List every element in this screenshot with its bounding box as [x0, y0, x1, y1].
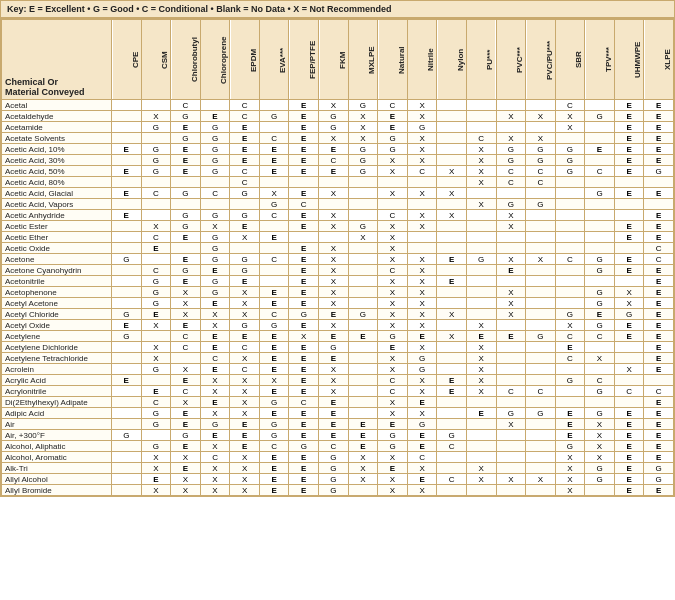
cell-value	[437, 463, 467, 474]
cell-value	[496, 441, 526, 452]
cell-value: G	[348, 155, 378, 166]
cell-value	[526, 375, 556, 386]
cell-value: G	[171, 188, 201, 199]
cell-value: X	[171, 397, 201, 408]
table-row: AcetalCCEXGCXCEE	[2, 100, 674, 111]
cell-value: G	[526, 331, 556, 342]
cell-value: G	[200, 133, 230, 144]
cell-value	[585, 210, 615, 221]
cell-value: E	[259, 452, 289, 463]
cell-value: G	[289, 309, 319, 320]
cell-value: X	[555, 122, 585, 133]
cell-value: X	[496, 474, 526, 485]
cell-value: G	[614, 309, 644, 320]
cell-value	[466, 276, 496, 287]
cell-value: G	[112, 430, 142, 441]
cell-value: C	[555, 331, 585, 342]
cell-value: G	[319, 122, 349, 133]
cell-value: X	[200, 375, 230, 386]
chemical-name: Acrolein	[2, 364, 112, 375]
cell-value	[555, 232, 585, 243]
cell-value	[585, 397, 615, 408]
cell-value: G	[112, 331, 142, 342]
cell-value: E	[614, 265, 644, 276]
cell-value	[230, 243, 260, 254]
cell-value: G	[555, 155, 585, 166]
cell-value: X	[230, 375, 260, 386]
cell-value: X	[200, 386, 230, 397]
cell-value: X	[200, 221, 230, 232]
table-row: Acetate SolventsGGECEXXGXCXXEE	[2, 133, 674, 144]
cell-value	[141, 331, 171, 342]
cell-value	[112, 342, 142, 353]
cell-value: E	[378, 463, 408, 474]
cell-value: G	[348, 221, 378, 232]
chemical-table-wrapper[interactable]: Chemical Or Material Conveyed CPECSMChlo…	[0, 18, 675, 497]
cell-value: X	[230, 232, 260, 243]
cell-value: E	[289, 320, 319, 331]
chemical-name: Acetal	[2, 100, 112, 111]
chemical-name: Acetone	[2, 254, 112, 265]
cell-value	[526, 276, 556, 287]
cell-value	[141, 100, 171, 111]
cell-value	[437, 177, 467, 188]
cell-value: X	[526, 254, 556, 265]
cell-value: G	[585, 474, 615, 485]
chemical-name: Acetyl Chloride	[2, 309, 112, 320]
cell-value	[614, 375, 644, 386]
cell-value: X	[407, 309, 437, 320]
cell-value: X	[171, 452, 201, 463]
cell-value	[407, 177, 437, 188]
cell-value: E	[171, 232, 201, 243]
cell-value: G	[585, 265, 615, 276]
table-row: Di(2Ethylhexyl) AdipateCXEXGCEXEE	[2, 397, 674, 408]
column-header-tpv---: TPV***	[585, 20, 615, 100]
cell-value	[466, 221, 496, 232]
cell-value: G	[555, 309, 585, 320]
cell-value: E	[259, 298, 289, 309]
cell-value: E	[289, 485, 319, 496]
table-row: Acetic EsterXGXEEXGXXXEE	[2, 221, 674, 232]
cell-value: E	[614, 133, 644, 144]
cell-value: X	[378, 221, 408, 232]
cell-value: E	[230, 221, 260, 232]
column-header-pvc---: PVC***	[496, 20, 526, 100]
cell-value	[526, 298, 556, 309]
cell-value: C	[407, 166, 437, 177]
cell-value: X	[230, 485, 260, 496]
cell-value	[437, 408, 467, 419]
cell-value: X	[407, 386, 437, 397]
cell-value: E	[348, 331, 378, 342]
chemical-name: Acetic Acid, Glacial	[2, 188, 112, 199]
cell-value	[555, 276, 585, 287]
cell-value: G	[141, 122, 171, 133]
cell-value	[585, 221, 615, 232]
cell-value	[555, 177, 585, 188]
cell-value: E	[407, 331, 437, 342]
cell-value: X	[378, 397, 408, 408]
cell-value	[200, 100, 230, 111]
cell-value: E	[289, 188, 319, 199]
cell-value: E	[259, 166, 289, 177]
cell-value	[437, 342, 467, 353]
cell-value: G	[407, 419, 437, 430]
chemical-name: Allyl Bromide	[2, 485, 112, 496]
cell-value: E	[319, 397, 349, 408]
cell-value	[112, 177, 142, 188]
chemical-name: Acetaldehyde	[2, 111, 112, 122]
cell-value: G	[141, 441, 171, 452]
cell-value	[526, 485, 556, 496]
cell-value	[112, 441, 142, 452]
table-row: Acetyl OxideEXEXGGEXXXXXGEE	[2, 320, 674, 331]
cell-value: G	[259, 111, 289, 122]
cell-value	[585, 122, 615, 133]
cell-value: X	[614, 287, 644, 298]
cell-value	[348, 298, 378, 309]
cell-value: X	[407, 408, 437, 419]
cell-value	[585, 100, 615, 111]
cell-value: X	[378, 320, 408, 331]
table-row: Air, +300°FGGEEGEEEGEGEXEE	[2, 430, 674, 441]
cell-value: X	[407, 111, 437, 122]
chemical-name: Alcohol, Aromatic	[2, 452, 112, 463]
cell-value: X	[200, 441, 230, 452]
